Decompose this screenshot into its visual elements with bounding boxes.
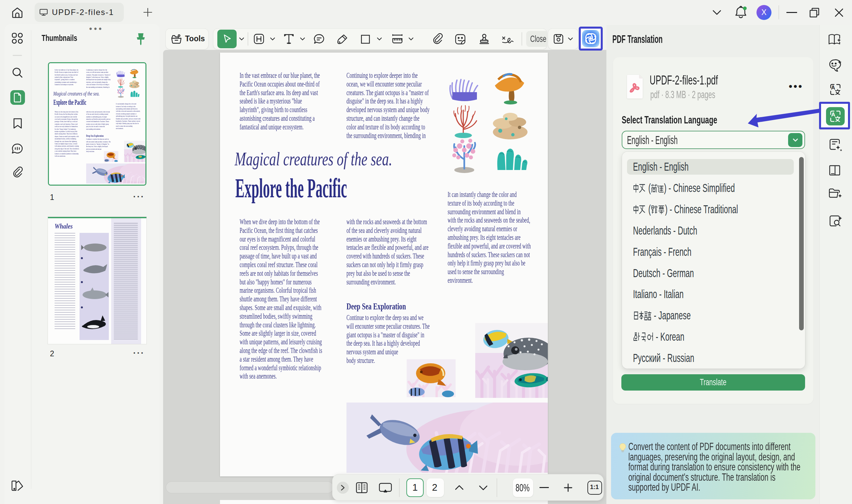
svg-text:A: A	[831, 111, 835, 118]
svg-text:A: A	[831, 85, 835, 91]
